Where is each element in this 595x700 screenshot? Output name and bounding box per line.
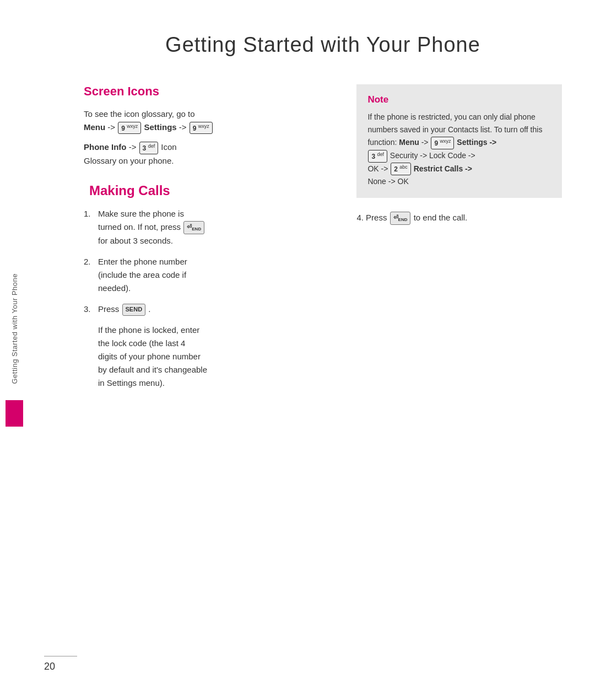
note-key-9wxyz: 9 wxyz [431,137,454,149]
key-9wxyz-2: 9 wxyz [190,122,213,134]
sidebar: Getting Started with Your Phone [0,0,29,700]
para1-prefix: To see the icon glossary, go to [84,109,195,119]
list-item-3: 3. Press SEND . [84,303,334,316]
phone-info-label: Phone Info [84,142,127,152]
note-restrict: Restrict Calls -> [414,164,472,173]
screen-icons-heading: Screen Icons [84,84,334,99]
footer-line [44,656,77,657]
making-calls-section: Making Calls 1. Make sure the phone istu… [84,183,334,390]
making-calls-heading: Making Calls [89,183,334,198]
screen-icons-para2: Phone Info -> 3 def IconGlossary on your… [84,141,334,167]
step3-text: Press SEND . [98,303,334,316]
page-footer: 20 [44,656,77,673]
note-none-ok: None -> OK [367,177,408,186]
screen-icons-para1: To see the icon glossary, go to Menu -> … [84,107,334,134]
sidebar-label: Getting Started with Your Phone [10,273,19,384]
menu-label: Menu [84,122,105,132]
steps-list: 1. Make sure the phone isturned on. If n… [84,207,334,316]
settings-label: Settings [144,122,176,132]
sidebar-accent-bar [6,400,23,427]
main-content: Getting Started with Your Phone Screen I… [29,0,595,416]
content-columns: Screen Icons To see the icon glossary, g… [84,84,562,394]
step2-number: 2. [84,255,95,295]
screen-icons-section: Screen Icons To see the icon glossary, g… [84,84,334,168]
key-9wxyz-1: 9 wxyz [118,122,141,134]
end-key-2: ⏎END [390,212,411,225]
arrow2: -> [179,122,189,132]
note-body: If the phone is restricted, you can only… [367,111,551,188]
arrow1: -> [107,122,117,132]
note-key-3def: 3 def [368,150,387,163]
note-security: Security -> Lock Code -> [390,151,475,160]
end-key-1: ⏎END [183,221,204,234]
key-3def: 3 def [139,142,159,154]
send-key: SEND [122,304,146,316]
page-title: Getting Started with Your Phone [84,33,562,57]
step2-text: Enter the phone number(include the area … [98,255,334,295]
note-box: Note If the phone is restricted, you can… [356,84,562,198]
note-key-2abc: 2 abc [391,163,411,175]
step3-number: 3. [84,303,95,316]
step1-number: 1. [84,207,95,247]
step3-subtext: If the phone is locked, enter the lock c… [98,324,334,390]
step4: 4. Press ⏎END to end the call. [356,211,562,225]
step1-text: Make sure the phone isturned on. If not,… [98,207,334,247]
page-number: 20 [44,661,55,672]
note-ok: OK -> [367,164,390,173]
left-column: Screen Icons To see the icon glossary, g… [84,84,334,394]
arrow3: -> [129,142,139,152]
note-menu: Menu [399,138,419,147]
list-item-2: 2. Enter the phone number(include the ar… [84,255,334,295]
list-item-1: 1. Make sure the phone isturned on. If n… [84,207,334,247]
right-column: Note If the phone is restricted, you can… [356,84,562,394]
note-heading: Note [367,94,551,105]
note-settings: Settings -> [457,138,496,147]
note-arrow1: -> [421,138,431,147]
